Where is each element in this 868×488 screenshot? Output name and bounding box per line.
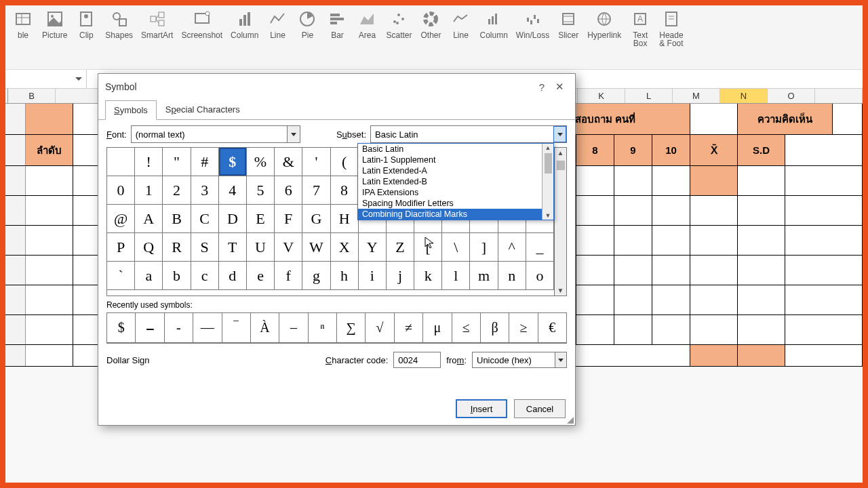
recent-symbol-cell[interactable]: $: [107, 313, 136, 343]
symbol-cell[interactable]: ]: [470, 233, 498, 262]
cell[interactable]: [738, 256, 785, 285]
recent-symbol-cell[interactable]: √: [366, 313, 394, 343]
column-header-B[interactable]: B: [8, 89, 56, 103]
cancel-button[interactable]: Cancel: [514, 399, 566, 418]
ribbon-bar[interactable]: Bar: [322, 7, 352, 68]
column-header-M[interactable]: M: [673, 89, 720, 103]
cell[interactable]: [738, 315, 785, 344]
symbol-cell[interactable]: !: [135, 148, 163, 176]
symbol-cell[interactable]: 4: [219, 176, 247, 205]
cell-total-sd[interactable]: [738, 345, 785, 366]
ribbon-column[interactable]: Column: [475, 7, 511, 68]
symbol-cell[interactable]: i: [359, 262, 387, 290]
cell[interactable]: [26, 285, 73, 314]
font-input[interactable]: [132, 129, 287, 140]
cell[interactable]: [652, 256, 690, 285]
insert-button[interactable]: Insert: [456, 399, 507, 418]
cell[interactable]: [26, 166, 73, 195]
symbol-cell[interactable]: \: [442, 233, 470, 262]
symbol-cell[interactable]: 7: [302, 176, 330, 205]
column-header-K[interactable]: K: [578, 89, 625, 103]
recent-symbol-cell[interactable]: ∑: [337, 313, 366, 343]
cell[interactable]: [690, 196, 738, 225]
cell[interactable]: [785, 196, 863, 225]
tab-symbols[interactable]: Symbols: [105, 100, 157, 120]
cell[interactable]: [738, 226, 785, 255]
cell[interactable]: [26, 256, 73, 285]
symbol-cell[interactable]: H: [331, 205, 359, 233]
cell[interactable]: [785, 285, 863, 314]
column-header-L[interactable]: L: [625, 89, 673, 103]
symbol-cell[interactable]: 5: [247, 176, 275, 205]
symbol-cell[interactable]: R: [163, 233, 191, 262]
symbol-cell[interactable]: b: [163, 262, 191, 290]
symbol-cell[interactable]: @: [107, 205, 135, 233]
subset-option[interactable]: Spacing Modifier Letters: [358, 198, 553, 209]
cell[interactable]: [785, 226, 863, 255]
help-button[interactable]: ?: [533, 78, 551, 96]
ribbon-win/loss[interactable]: Win/Loss: [512, 7, 553, 68]
ribbon-pie[interactable]: Pie: [292, 7, 322, 68]
recent-symbol-cell[interactable]: —: [193, 313, 222, 343]
cell[interactable]: [785, 166, 863, 195]
symbol-cell[interactable]: %: [247, 148, 275, 176]
symbol-cell[interactable]: V: [275, 233, 302, 262]
symbol-cell[interactable]: F: [275, 205, 302, 233]
subset-option[interactable]: Latin Extended-B: [358, 176, 553, 187]
symbol-cell[interactable]: ': [302, 148, 330, 176]
cell[interactable]: [614, 256, 652, 285]
ribbon-smartart[interactable]: SmartArt: [137, 7, 177, 68]
symbol-cell[interactable]: m: [470, 262, 498, 290]
font-combo[interactable]: [131, 125, 300, 143]
cell[interactable]: [26, 226, 73, 255]
recent-symbol-cell[interactable]: À: [251, 313, 279, 343]
ribbon-other[interactable]: Other: [416, 7, 446, 68]
cell[interactable]: [614, 315, 652, 344]
cell[interactable]: [614, 226, 652, 255]
subset-option[interactable]: Basic Latin: [358, 144, 553, 155]
symbol-cell[interactable]: D: [219, 205, 247, 233]
symbol-cell[interactable]: $: [219, 148, 247, 176]
name-box[interactable]: [5, 70, 87, 88]
cell[interactable]: [690, 315, 738, 344]
column-header-17[interactable]: [815, 89, 863, 103]
symbol-cell[interactable]: o: [526, 262, 554, 290]
cell[interactable]: [738, 285, 785, 314]
symbol-cell[interactable]: h: [331, 262, 359, 290]
symbol-cell[interactable]: a: [135, 262, 163, 290]
cell-q8[interactable]: 8: [576, 135, 614, 165]
symbol-cell[interactable]: G: [302, 205, 330, 233]
symbol-cell[interactable]: [107, 148, 135, 176]
subset-input[interactable]: [371, 129, 553, 140]
symbol-cell[interactable]: C: [191, 205, 219, 233]
cell[interactable]: [738, 166, 785, 195]
from-combo[interactable]: [472, 352, 567, 368]
cell[interactable]: [26, 315, 73, 344]
symbol-cell[interactable]: (: [331, 148, 359, 176]
symbol-cell[interactable]: e: [247, 262, 275, 290]
ribbon-clip[interactable]: Clip: [71, 7, 101, 68]
symbol-cell[interactable]: d: [219, 262, 247, 290]
symbol-cell[interactable]: ^: [498, 233, 526, 262]
recent-symbol-cell[interactable]: ⁿ: [309, 313, 337, 343]
ribbon-slicer[interactable]: Slicer: [553, 7, 583, 68]
ribbon-picture[interactable]: Picture: [38, 7, 71, 68]
symbol-cell[interactable]: 2: [163, 176, 191, 205]
symbol-cell[interactable]: E: [247, 205, 275, 233]
symbol-cell[interactable]: 3: [191, 176, 219, 205]
symbol-cell[interactable]: c: [191, 262, 219, 290]
cell[interactable]: [576, 226, 614, 255]
symbol-cell[interactable]: T: [219, 233, 247, 262]
recent-symbol-cell[interactable]: ‒: [136, 313, 164, 343]
symbol-cell[interactable]: Y: [359, 233, 387, 262]
symbol-cell[interactable]: W: [302, 233, 330, 262]
ribbon-screenshot[interactable]: Screenshot: [177, 7, 226, 68]
symbol-cell[interactable]: &: [275, 148, 302, 176]
symbol-cell[interactable]: k: [414, 262, 442, 290]
subset-option[interactable]: Latin Extended-A: [358, 165, 553, 176]
subset-dropdown[interactable]: Basic LatinLatin-1 SupplementLatin Exten…: [357, 143, 554, 220]
cell[interactable]: [738, 196, 785, 225]
symbol-cell[interactable]: ": [163, 148, 191, 176]
ribbon-ble[interactable]: ble: [8, 7, 38, 68]
symbol-cell[interactable]: P: [107, 233, 135, 262]
